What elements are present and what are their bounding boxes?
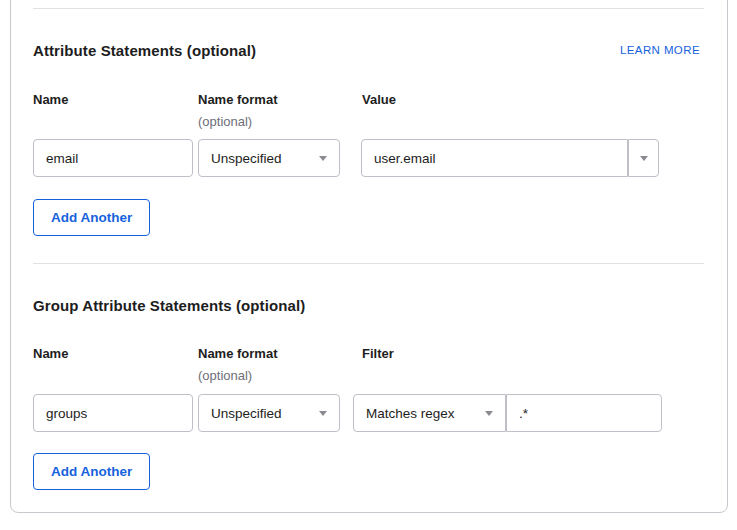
settings-card — [10, 0, 728, 513]
group-attribute-name-format-select[interactable]: Unspecified — [198, 394, 340, 432]
caret-down-icon — [319, 411, 327, 416]
attribute-name-input[interactable] — [33, 139, 193, 177]
column-label-filter: Filter — [362, 346, 394, 361]
name-format-optional-note: (optional) — [198, 368, 252, 383]
group-attribute-name-input[interactable] — [33, 394, 193, 432]
column-label-name: Name — [33, 92, 68, 107]
group-attribute-add-another-button[interactable]: Add Another — [33, 453, 150, 490]
attribute-name-format-select[interactable]: Unspecified — [198, 139, 340, 177]
section-divider-middle — [33, 263, 704, 264]
learn-more-link[interactable]: LEARN MORE — [620, 44, 700, 56]
name-format-optional-note: (optional) — [198, 114, 252, 129]
group-attribute-filter-type-select[interactable]: Matches regex — [353, 394, 506, 432]
attribute-name-format-selected-value: Unspecified — [211, 151, 282, 166]
caret-down-icon — [319, 156, 327, 161]
column-label-name: Name — [33, 346, 68, 361]
group-attribute-filter-type-selected-value: Matches regex — [366, 406, 455, 421]
caret-down-icon — [640, 156, 648, 161]
section-divider-top — [33, 8, 704, 9]
column-label-value: Value — [362, 92, 396, 107]
group-attribute-filter-value-input[interactable] — [506, 394, 662, 432]
group-attribute-name-format-selected-value: Unspecified — [211, 406, 282, 421]
attribute-statements-heading: Attribute Statements (optional) — [33, 42, 256, 59]
attribute-add-another-button[interactable]: Add Another — [33, 199, 150, 236]
group-attribute-statements-heading: Group Attribute Statements (optional) — [33, 297, 305, 314]
column-label-name-format: Name format — [198, 92, 277, 107]
caret-down-icon — [485, 411, 493, 416]
attribute-value-dropdown-button[interactable] — [628, 139, 659, 177]
column-label-name-format: Name format — [198, 346, 277, 361]
attribute-value-input[interactable] — [361, 139, 628, 177]
